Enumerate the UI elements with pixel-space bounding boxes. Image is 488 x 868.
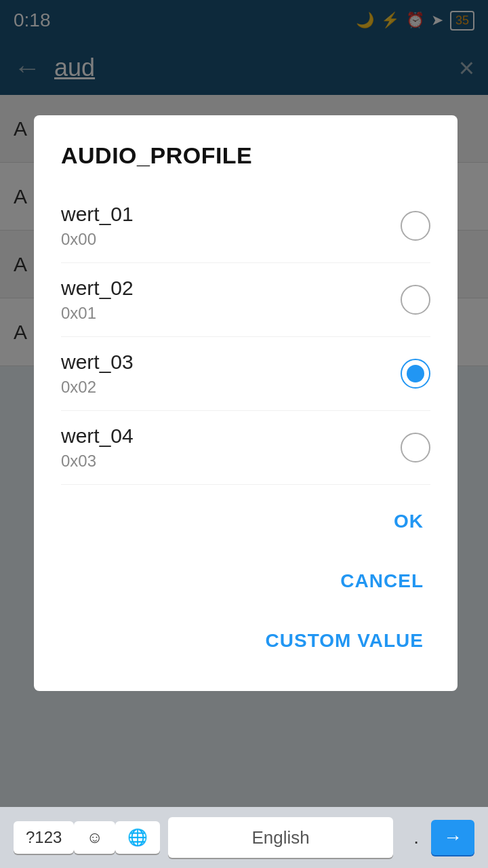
radio-option-4[interactable]: wert_04 0x03 [61, 411, 430, 485]
radio-label-group-2: wert_02 0x01 [61, 277, 134, 323]
emoji-key[interactable]: ☺ [74, 821, 115, 854]
globe-key[interactable]: 🌐 [115, 821, 160, 854]
dialog-title: AUDIO_PROFILE [61, 142, 430, 169]
radio-button-3[interactable] [401, 359, 430, 389]
radio-button-1[interactable] [401, 211, 430, 241]
radio-label-group-1: wert_01 0x00 [61, 203, 134, 249]
radio-button-4[interactable] [401, 433, 430, 462]
radio-label-group-3: wert_03 0x02 [61, 351, 134, 397]
radio-option-2[interactable]: wert_02 0x01 [61, 263, 430, 337]
radio-sublabel-4: 0x03 [61, 452, 134, 471]
radio-option-1[interactable]: wert_01 0x00 [61, 189, 430, 263]
radio-sublabel-2: 0x01 [61, 304, 134, 323]
radio-sublabel-1: 0x00 [61, 230, 134, 249]
cancel-button[interactable]: CANCEL [61, 551, 430, 611]
custom-value-button[interactable]: CUSTOM VALUE [61, 611, 430, 671]
dialog-buttons: OK CANCEL CUSTOM VALUE [61, 492, 430, 671]
radio-option-3[interactable]: wert_03 0x02 [61, 337, 430, 411]
radio-sublabel-3: 0x02 [61, 378, 134, 397]
radio-label-3: wert_03 [61, 351, 134, 374]
radio-label-1: wert_01 [61, 203, 134, 226]
radio-label-group-4: wert_04 0x03 [61, 425, 134, 471]
enter-key[interactable]: → [431, 820, 474, 855]
space-key[interactable]: English [168, 817, 393, 858]
ok-button[interactable]: OK [61, 492, 430, 551]
radio-label-4: wert_04 [61, 425, 134, 448]
keyboard-bar: ?123 ☺ 🌐 English . → [0, 807, 488, 868]
radio-label-2: wert_02 [61, 277, 134, 300]
radio-button-2[interactable] [401, 285, 430, 315]
period-key[interactable]: . [401, 820, 431, 855]
audio-profile-dialog: AUDIO_PROFILE wert_01 0x00 wert_02 0x01 … [34, 115, 458, 691]
special-key[interactable]: ?123 [14, 821, 74, 854]
